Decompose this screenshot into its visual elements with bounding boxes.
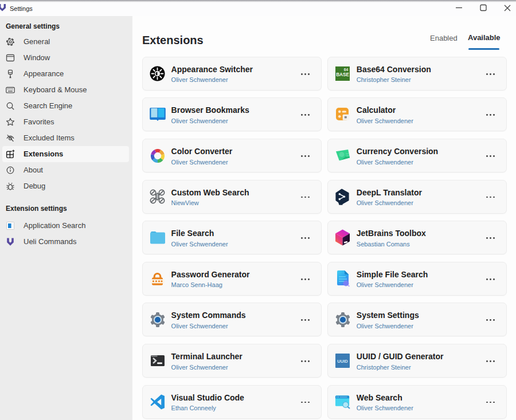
svg-text:64: 64	[344, 67, 349, 71]
svg-text:BASE: BASE	[336, 72, 349, 77]
svg-text:UUID: UUID	[338, 359, 349, 364]
